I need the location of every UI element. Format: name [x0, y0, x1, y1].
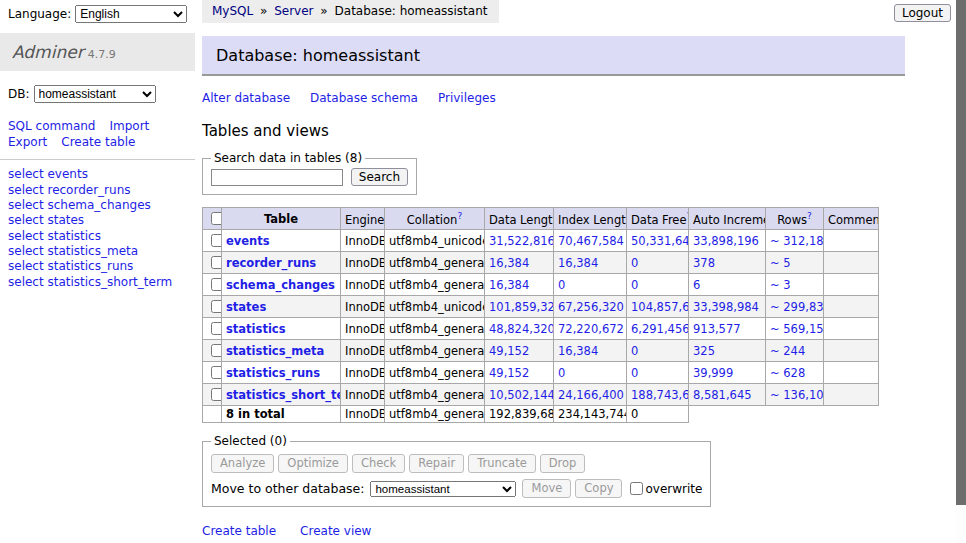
sidebar-select-schema_changes[interactable]: select schema_changes [8, 198, 195, 213]
breadcrumb-link-server[interactable]: Server [274, 4, 313, 18]
logout-button[interactable]: Logout [894, 4, 951, 22]
link-alter-database[interactable]: Alter database [202, 91, 290, 105]
db-row: DB:homeassistant [8, 85, 195, 103]
total-label-cell: 8 in total [222, 406, 341, 423]
truncate-button[interactable]: Truncate [468, 454, 536, 473]
data-length-cell: 31,522,816 [485, 230, 554, 252]
language-select[interactable]: English [75, 5, 187, 23]
sidebar-select-statistics[interactable]: select statistics [8, 229, 195, 244]
move-db-select[interactable]: homeassistant [370, 481, 516, 497]
optimize-button[interactable]: Optimize [278, 454, 348, 473]
row-checkbox-statistics_short_term[interactable] [211, 388, 222, 401]
table-row: recorder_runsInnoDButf8mb4_general_ci16,… [203, 252, 879, 274]
row-checkbox-statistics[interactable] [211, 322, 222, 335]
rows-count-cell: ~ 569,159 [766, 318, 824, 340]
link-database-schema[interactable]: Database schema [310, 91, 418, 105]
vertical-scrollbar[interactable] [956, 0, 966, 543]
check-button[interactable]: Check [352, 454, 405, 473]
table-link-states[interactable]: states [226, 300, 266, 314]
sidebar-link-export[interactable]: Export [8, 135, 47, 149]
search-input[interactable] [211, 169, 343, 186]
column-header-data-length: Data Length? [485, 208, 554, 230]
move-row: Move to other database: homeassistant Mo… [211, 479, 702, 498]
data-length-cell: 48,824,320 [485, 318, 554, 340]
sidebar-link-import[interactable]: Import [109, 119, 149, 133]
sidebar-link-create-table[interactable]: Create table [61, 135, 135, 149]
copy-button[interactable]: Copy [575, 479, 622, 498]
table-link-schema_changes[interactable]: schema_changes [226, 278, 335, 292]
table-name-cell: events [222, 230, 341, 252]
total-engine-cell: InnoDB [341, 406, 385, 423]
comment-cell [824, 274, 879, 296]
sidebar-link-sql-command[interactable]: SQL command [8, 119, 95, 133]
table-header-row: TableEngine?Collation?Data Length?Index … [203, 208, 879, 230]
row-checkbox-schema_changes[interactable] [211, 278, 222, 291]
row-checkbox-statistics_meta[interactable] [211, 344, 222, 357]
row-checkbox-events[interactable] [211, 234, 222, 247]
row-checkbox-statistics_runs[interactable] [211, 366, 222, 379]
database-action-links: Alter databaseDatabase schemaPrivileges [202, 91, 905, 105]
sidebar-select-statistics_meta[interactable]: select statistics_meta [8, 244, 195, 259]
move-button[interactable]: Move [522, 479, 571, 498]
sidebar-select-statistics_short_term[interactable]: select statistics_short_term [8, 275, 195, 290]
sidebar-select-states[interactable]: select states [8, 213, 195, 228]
breadcrumb-link-mysql[interactable]: MySQL [212, 4, 253, 18]
sidebar: Language:English Adminer4.7.9 DB:homeass… [0, 0, 195, 290]
index-length-cell: 16,384 [554, 340, 627, 362]
select-all-checkbox[interactable] [211, 212, 222, 225]
table-link-statistics[interactable]: statistics [226, 322, 286, 336]
table-link-recorder_runs[interactable]: recorder_runs [226, 256, 316, 270]
comment-cell [824, 230, 879, 252]
total-data-length-cell: 192,839,680 [485, 406, 554, 423]
link-create-view[interactable]: Create view [300, 524, 371, 538]
link-privileges[interactable]: Privileges [438, 91, 496, 105]
table-link-statistics_runs[interactable]: statistics_runs [226, 366, 320, 380]
rows-count-cell: ~ 312,180 [766, 230, 824, 252]
breadcrumb-current: Database: homeassistant [335, 4, 488, 18]
sidebar-table-links: select eventsselect recorder_runsselect … [8, 167, 195, 290]
link-create-table[interactable]: Create table [202, 524, 276, 538]
repair-button[interactable]: Repair [409, 454, 464, 473]
data-free-cell: 188,743,680 [627, 384, 689, 406]
auto-increment-cell: 33,898,196 [689, 230, 766, 252]
comment-cell [824, 384, 879, 406]
table-link-statistics_meta[interactable]: statistics_meta [226, 344, 324, 358]
brand-block: Adminer4.7.9 [0, 33, 195, 71]
table-name-cell: schema_changes [222, 274, 341, 296]
data-free-cell: 50,331,648 [627, 230, 689, 252]
sidebar-select-events[interactable]: select events [8, 167, 195, 182]
overwrite-checkbox[interactable] [630, 482, 643, 495]
comment-cell [824, 252, 879, 274]
help-link-rows[interactable]: ? [807, 211, 812, 221]
collation-cell: utf8mb4_general_ci [385, 384, 485, 406]
main-content: MySQL » Server » Database: homeassistant… [202, 0, 905, 543]
select-all-header-cell [203, 208, 222, 230]
index-length-cell: 16,384 [554, 252, 627, 274]
drop-button[interactable]: Drop [540, 454, 586, 473]
table-link-events[interactable]: events [226, 234, 270, 248]
page-title: Database: homeassistant [202, 36, 905, 76]
overwrite-label: overwrite [645, 482, 702, 496]
index-length-cell: 67,256,320 [554, 296, 627, 318]
data-length-cell: 16,384 [485, 274, 554, 296]
engine-cell: InnoDB [341, 362, 385, 384]
collation-cell: utf8mb4_general_ci [385, 274, 485, 296]
row-checkbox-recorder_runs[interactable] [211, 256, 222, 269]
help-link-collation[interactable]: ? [457, 211, 462, 221]
search-button[interactable]: Search [351, 168, 408, 186]
table-link-statistics_short_term[interactable]: statistics_short_term [226, 388, 341, 402]
analyze-button[interactable]: Analyze [211, 454, 274, 473]
table-name-cell: statistics_short_term [222, 384, 341, 406]
tables-overview-table: TableEngine?Collation?Data Length?Index … [202, 207, 879, 423]
sidebar-select-statistics_runs[interactable]: select statistics_runs [8, 259, 195, 274]
data-length-cell: 49,152 [485, 362, 554, 384]
adminer-version: 4.7.9 [88, 48, 116, 61]
column-header-auto-increment: Auto Increment? [689, 208, 766, 230]
sidebar-select-recorder_runs[interactable]: select recorder_runs [8, 183, 195, 198]
db-select[interactable]: homeassistant [34, 85, 156, 103]
comment-cell [824, 340, 879, 362]
index-length-cell: 0 [554, 362, 627, 384]
scrollbar-thumb[interactable] [956, 0, 966, 505]
data-free-cell: 6,291,456 [627, 318, 689, 340]
row-checkbox-states[interactable] [211, 300, 222, 313]
